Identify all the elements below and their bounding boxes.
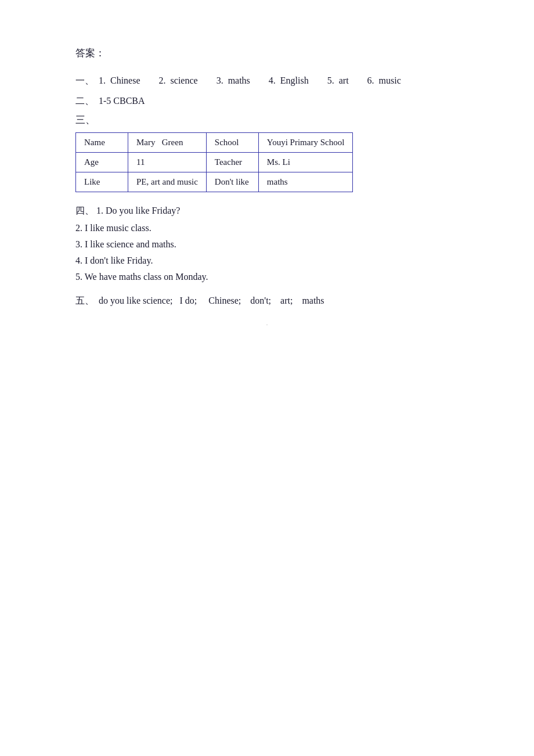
answer-label: 答案： — [75, 46, 459, 60]
table-cell: Teacher — [206, 153, 258, 172]
section-three-table: Name Mary Green School Youyi Primary Sch… — [75, 132, 353, 192]
section-two: 二、 1-5 CBCBA — [75, 93, 459, 109]
table-cell: PE, art and music — [128, 172, 207, 192]
section-four-item-5: 5. We have maths class on Monday. — [75, 272, 459, 282]
table-cell: Don't like — [206, 172, 258, 192]
item-5-value: art — [339, 73, 349, 88]
item-2-value: science — [171, 73, 198, 88]
item-6-value: music — [379, 73, 401, 88]
item-6-num: 6. — [367, 73, 374, 88]
section-five-value: do you like science; I do; Chinese; don'… — [99, 296, 324, 305]
table-row: Name Mary Green School Youyi Primary Sch… — [76, 133, 353, 153]
section-four-item-4: 4. I don't like Friday. — [75, 255, 459, 266]
item-3-num: 3. — [217, 73, 223, 88]
table-cell: Ms. Li — [258, 153, 353, 172]
item-5-num: 5. — [327, 73, 334, 88]
item-2-num: 2. — [159, 73, 166, 88]
item-4-num: 4. — [269, 73, 276, 88]
table-cell: Like — [76, 172, 128, 192]
section-one: 一、 1. Chinese 2. science 3. maths 4. Eng… — [75, 73, 459, 88]
table-cell: maths — [258, 172, 353, 192]
section-four-item-1: 1. Do you like Friday? — [96, 206, 180, 215]
item-4-value: English — [280, 73, 309, 88]
table-cell: Youyi Primary School — [258, 133, 353, 153]
table-cell: Mary Green — [128, 133, 207, 153]
page-dot: . — [75, 320, 459, 326]
section-two-value: 1-5 CBCBA — [99, 93, 145, 109]
item-3-value: maths — [228, 73, 250, 88]
section-four-item-3: 3. I like science and maths. — [75, 239, 459, 250]
section-three-label: 三、 — [75, 114, 95, 125]
table-cell: Age — [76, 153, 128, 172]
table-row: Like PE, art and music Don't like maths — [76, 172, 353, 192]
section-five-label: 五、 — [75, 296, 94, 305]
table-cell: 11 — [128, 153, 207, 172]
table-row: Age 11 Teacher Ms. Li — [76, 153, 353, 172]
section-four-label: 四、 — [75, 206, 94, 215]
section-one-label: 一、 — [75, 73, 94, 88]
table-cell: School — [206, 133, 258, 153]
item-1-value: Chinese — [110, 73, 140, 88]
section-four-item-2: 2. I like music class. — [75, 223, 459, 233]
section-five: 五、 do you like science; I do; Chinese; d… — [75, 295, 459, 307]
section-two-label: 二、 — [75, 93, 94, 109]
section-three: 三、 Name Mary Green School Youyi Primary … — [75, 113, 459, 192]
item-1-num: 1. — [99, 73, 106, 88]
section-four: 四、 1. Do you like Friday? 2. I like musi… — [75, 205, 459, 282]
table-cell: Name — [76, 133, 128, 153]
